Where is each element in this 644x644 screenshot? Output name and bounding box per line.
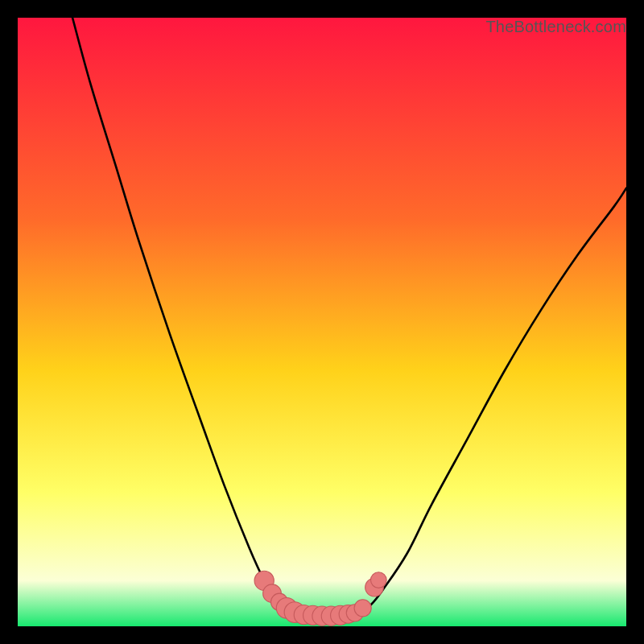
- watermark-text: TheBottleneck.com: [485, 18, 626, 36]
- valley-markers: [254, 571, 386, 625]
- plot-area: [18, 18, 626, 626]
- chart-frame: TheBottleneck.com: [0, 0, 644, 644]
- chart-curves: [18, 18, 626, 626]
- valley-marker: [370, 572, 386, 588]
- valley-marker: [354, 600, 371, 617]
- bottleneck-curve: [72, 18, 626, 616]
